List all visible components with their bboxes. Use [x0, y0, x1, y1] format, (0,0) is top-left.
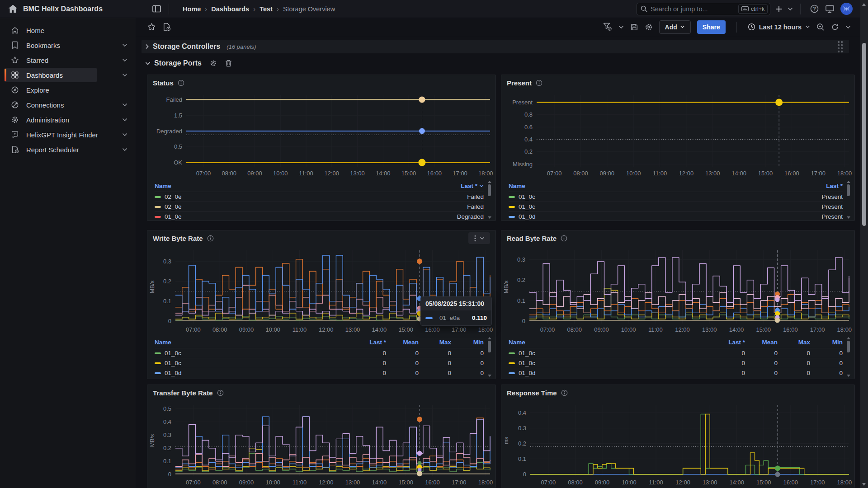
- info-icon[interactable]: [178, 80, 184, 86]
- chevron-down-icon[interactable]: [788, 7, 793, 11]
- search-text-field[interactable]: [651, 5, 735, 13]
- chevron-down-icon[interactable]: [618, 25, 624, 29]
- chevron-down-icon[interactable]: [122, 103, 127, 107]
- sidebar-toggle-icon[interactable]: [149, 2, 164, 16]
- help-icon[interactable]: ?: [808, 2, 821, 16]
- chevron-down-icon[interactable]: [122, 148, 127, 151]
- panel-title[interactable]: Transfer Byte Rate: [153, 389, 213, 397]
- legend-header-mean[interactable]: Mean: [745, 339, 778, 346]
- new-plus-button[interactable]: [773, 2, 785, 16]
- row-drag-handle[interactable]: [838, 41, 843, 52]
- legend-header-last[interactable]: Last *: [826, 183, 843, 189]
- row-delete-trash-icon[interactable]: [225, 60, 232, 67]
- response-time-chart[interactable]: 07:0008:0009:0010:0011:0012:0013:0014:00…: [501, 400, 854, 488]
- svg-text:08:00: 08:00: [222, 170, 237, 177]
- sidebar-item-explore[interactable]: Explore: [5, 83, 132, 97]
- panel-title[interactable]: Write Byte Rate: [153, 235, 203, 242]
- legend-header-name[interactable]: Name: [509, 183, 525, 189]
- transfer-byte-rate-chart[interactable]: 07:0008:0009:0010:0011:0012:0013:0014:00…: [147, 400, 495, 488]
- svg-text:16:00: 16:00: [783, 326, 798, 333]
- chevron-down-icon[interactable]: [122, 43, 127, 47]
- svg-text:15:00: 15:00: [398, 326, 413, 333]
- legend-scrollbar[interactable]: [846, 337, 851, 377]
- save-icon[interactable]: [630, 23, 638, 31]
- legend-header-last[interactable]: Last *: [354, 339, 386, 346]
- chevron-right-icon[interactable]: [145, 44, 149, 49]
- sidebar-item-helixgpt-insight-finder[interactable]: HelixGPT Insight Finder: [5, 127, 132, 142]
- status-chart[interactable]: 07:0008:0009:0010:0011:0012:0013:0014:00…: [147, 90, 495, 179]
- row-storage-ports[interactable]: Storage Ports: [142, 56, 849, 70]
- read-byte-rate-chart[interactable]: 07:0008:0009:0010:0011:0012:0013:0014:00…: [501, 246, 854, 335]
- add-button[interactable]: Add: [659, 20, 691, 34]
- search-input[interactable]: ctrl+k: [637, 3, 770, 15]
- dashboard-settings-gear-icon[interactable]: [645, 23, 653, 31]
- scroll-up-arrow-icon[interactable]: [862, 3, 866, 6]
- legend-header-name[interactable]: Name: [155, 183, 171, 189]
- page-scrollbar[interactable]: [860, 0, 868, 488]
- present-chart[interactable]: 07:0008:0009:0010:0011:0012:0013:0014:00…: [501, 90, 854, 179]
- monitor-icon[interactable]: [823, 2, 836, 16]
- chevron-down-icon[interactable]: [122, 58, 127, 62]
- info-icon[interactable]: [217, 389, 224, 396]
- chevron-down-icon[interactable]: [122, 133, 127, 136]
- legend-scrollbar[interactable]: [846, 181, 851, 219]
- info-icon[interactable]: [536, 80, 542, 86]
- svg-text:11:00: 11:00: [653, 170, 667, 177]
- info-icon[interactable]: [561, 389, 568, 396]
- panel-title[interactable]: Present: [507, 79, 532, 87]
- series-swatch: [425, 317, 433, 319]
- svg-text:10:00: 10:00: [626, 170, 641, 177]
- svg-text:17:00: 17:00: [453, 170, 467, 177]
- info-icon[interactable]: [561, 235, 567, 242]
- legend-scrollbar[interactable]: [487, 337, 492, 377]
- panel-title[interactable]: Read Byte Rate: [507, 235, 557, 242]
- sidebar-item-connections[interactable]: Connections: [5, 98, 132, 112]
- favorite-star-icon[interactable]: [147, 23, 156, 31]
- legend-row: 01_0c0000: [509, 348, 843, 358]
- panel-menu[interactable]: [468, 232, 490, 244]
- sidebar-item-report-scheduler[interactable]: Report Scheduler: [5, 142, 132, 157]
- share-button[interactable]: Share: [697, 20, 726, 34]
- user-avatar[interactable]: [840, 3, 853, 15]
- legend-header-last[interactable]: Last *: [461, 183, 484, 189]
- panel-title[interactable]: Response Time: [507, 389, 557, 397]
- svg-text:12:00: 12:00: [675, 479, 690, 486]
- filter-variables-icon[interactable]: [603, 23, 612, 31]
- time-range-picker[interactable]: Last 12 hours: [748, 23, 810, 31]
- legend-header-mean[interactable]: Mean: [386, 339, 419, 346]
- svg-text:0.3: 0.3: [163, 258, 171, 265]
- breadcrumb-test[interactable]: Test: [259, 5, 273, 13]
- breadcrumb-dashboards[interactable]: Dashboards: [211, 5, 249, 13]
- legend-header-name[interactable]: Name: [509, 339, 525, 346]
- chevron-down-icon[interactable]: [122, 118, 127, 122]
- sidebar-item-starred[interactable]: Starred: [5, 53, 132, 67]
- row-settings-gear-icon[interactable]: [210, 60, 217, 67]
- home-logo-icon[interactable]: [8, 5, 18, 13]
- legend-header-name[interactable]: Name: [155, 339, 171, 346]
- series-swatch: [509, 372, 515, 374]
- refresh-icon[interactable]: [831, 23, 839, 31]
- legend-row: 01_0eDegraded: [155, 211, 484, 221]
- legend-header-last[interactable]: Last *: [712, 339, 745, 346]
- sidebar-item-home[interactable]: Home: [5, 23, 132, 38]
- legend-header-max[interactable]: Max: [778, 339, 810, 346]
- zoom-out-icon[interactable]: [816, 23, 825, 31]
- chevron-down-icon[interactable]: [122, 73, 127, 77]
- legend-header-min[interactable]: Min: [810, 339, 843, 346]
- sidebar-item-bookmarks[interactable]: Bookmarks: [5, 38, 132, 52]
- breadcrumb-home[interactable]: Home: [183, 5, 201, 13]
- legend-header-min[interactable]: Min: [451, 339, 484, 346]
- legend-scrollbar[interactable]: [487, 181, 492, 219]
- scroll-down-arrow-icon[interactable]: [862, 483, 866, 486]
- chevron-down-icon[interactable]: [145, 61, 151, 66]
- sidebar-item-dashboards[interactable]: Dashboards: [5, 68, 132, 82]
- scrollbar-thumb[interactable]: [862, 43, 866, 226]
- chevron-down-icon[interactable]: [845, 25, 851, 29]
- dashboard-insights-icon[interactable]: [162, 23, 171, 31]
- panel-title[interactable]: Status: [153, 79, 174, 87]
- sidebar-item-administration[interactable]: Administration: [5, 113, 132, 127]
- svg-text:16:00: 16:00: [425, 326, 440, 333]
- legend-header-max[interactable]: Max: [419, 339, 451, 346]
- row-storage-controllers[interactable]: Storage Controllers (16 panels): [142, 40, 849, 53]
- info-icon[interactable]: [207, 235, 214, 242]
